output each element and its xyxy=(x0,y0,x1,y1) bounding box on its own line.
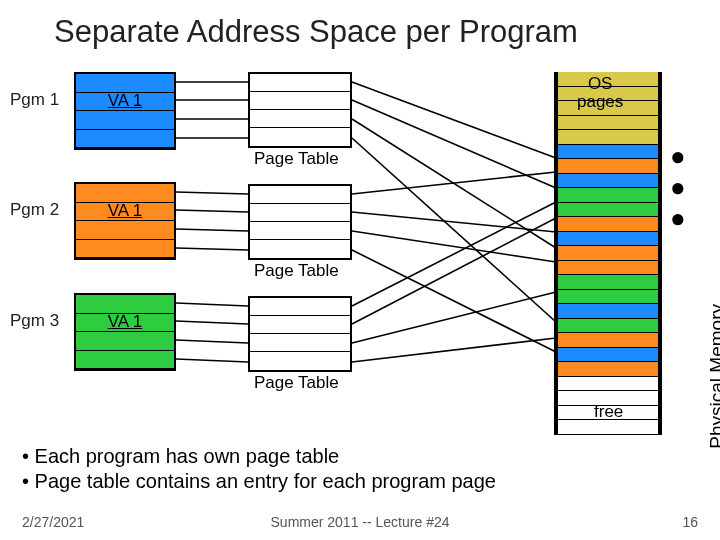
footer-center: Summer 2011 -- Lecture #24 xyxy=(271,514,450,530)
svg-line-8 xyxy=(176,303,248,306)
physical-memory xyxy=(554,72,662,435)
bullet-1: • Each program has own page table xyxy=(22,444,496,469)
pgm3-pt-label: Page Table xyxy=(254,373,339,393)
os-pages-label: OSpages xyxy=(577,75,623,111)
svg-line-17 xyxy=(352,212,556,232)
svg-line-16 xyxy=(352,172,556,194)
svg-line-21 xyxy=(352,218,556,324)
physical-memory-label: Physical Memory xyxy=(706,304,720,449)
svg-line-4 xyxy=(176,192,248,194)
svg-line-12 xyxy=(352,82,556,158)
pgm1-va-text: VA 1 xyxy=(108,91,143,111)
pgm3-page-table xyxy=(248,296,352,372)
pgm3-label: Pgm 3 xyxy=(10,311,59,331)
pgm1-pt-label: Page Table xyxy=(254,149,339,169)
ellipsis-icon: ● ● ● xyxy=(670,141,720,234)
pgm2-va-space: VA 1 xyxy=(74,182,176,260)
svg-line-6 xyxy=(176,229,248,231)
footer-page-number: 16 xyxy=(682,514,698,530)
svg-line-18 xyxy=(352,231,556,262)
svg-line-11 xyxy=(176,359,248,362)
pgm2-page-table xyxy=(248,184,352,260)
pgm3-va-space: VA 1 xyxy=(74,293,176,371)
svg-line-15 xyxy=(352,138,556,322)
pgm1-va-space: VA 1 xyxy=(74,72,176,150)
svg-line-10 xyxy=(176,340,248,343)
svg-line-14 xyxy=(352,119,556,248)
svg-line-19 xyxy=(352,250,556,352)
bullet-2: • Page table contains an entry for each … xyxy=(22,469,496,494)
pgm1-page-table xyxy=(248,72,352,148)
pgm3-va-text: VA 1 xyxy=(108,312,143,332)
bullet-list: • Each program has own page table • Page… xyxy=(22,444,496,494)
svg-line-7 xyxy=(176,248,248,250)
svg-line-9 xyxy=(176,321,248,324)
pgm2-label: Pgm 2 xyxy=(10,200,59,220)
svg-line-5 xyxy=(176,210,248,212)
slide-title: Separate Address Space per Program xyxy=(54,14,578,50)
svg-line-20 xyxy=(352,202,556,306)
pgm1-label: Pgm 1 xyxy=(10,90,59,110)
pgm2-va-text: VA 1 xyxy=(108,201,143,221)
svg-line-22 xyxy=(352,292,556,343)
free-label: free xyxy=(594,402,623,422)
footer-date: 2/27/2021 xyxy=(22,514,84,530)
svg-line-23 xyxy=(352,338,556,362)
svg-line-13 xyxy=(352,100,556,188)
pgm2-pt-label: Page Table xyxy=(254,261,339,281)
